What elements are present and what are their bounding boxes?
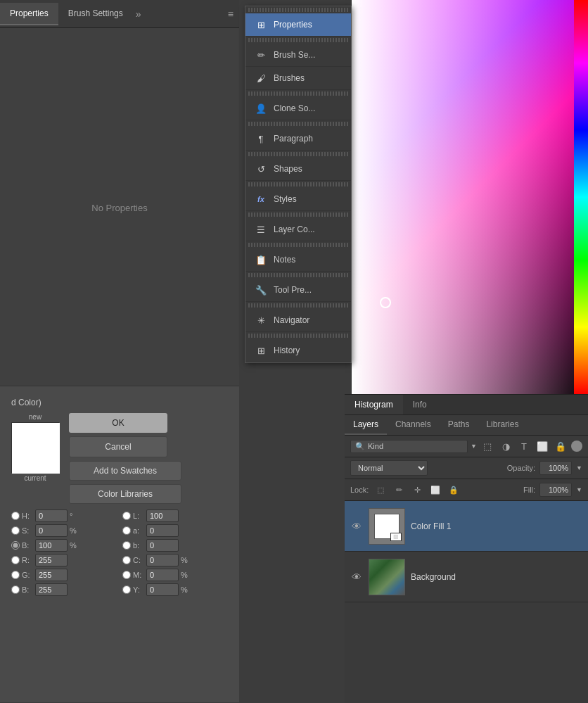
label-S: S: (22, 526, 33, 535)
panel-item-label: Brush Se... (274, 50, 315, 60)
filter-type-icon[interactable]: T (516, 438, 532, 454)
unit-C: % (181, 556, 191, 564)
tab-histogram[interactable]: Histogram (345, 395, 403, 414)
radio-a[interactable] (122, 526, 131, 535)
tab-libraries[interactable]: Libraries (478, 415, 527, 435)
ok-button[interactable]: OK (69, 413, 167, 433)
panel-item-clone-source[interactable]: 👤 Clone So... (245, 97, 351, 120)
tab-info[interactable]: Info (403, 395, 437, 414)
input-B2[interactable] (35, 583, 68, 596)
color-libraries-button[interactable]: Color Libraries (69, 484, 181, 504)
input-M[interactable] (146, 569, 179, 581)
radio-G[interactable] (11, 571, 20, 579)
chevron-down-icon[interactable]: ▼ (471, 443, 477, 450)
tab-brush-settings[interactable]: Brush Settings (58, 3, 133, 25)
panel-item-history[interactable]: ⊞ History (245, 339, 351, 362)
blend-mode-select[interactable]: Normal (350, 460, 428, 476)
panel-item-brushes[interactable]: 🖌 Brushes (245, 67, 351, 90)
input-b[interactable] (146, 539, 179, 552)
panel-item-label: Styles (274, 194, 297, 204)
hue-bar[interactable] (574, 0, 588, 394)
input-H[interactable] (35, 509, 68, 522)
panel-item-brush-settings[interactable]: ✏ Brush Se... (245, 44, 351, 67)
field-row-S: S: % (11, 524, 117, 537)
panel-item-notes[interactable]: 📋 Notes (245, 248, 351, 272)
tab-layers[interactable]: Layers (345, 415, 387, 435)
radio-Y[interactable] (122, 585, 131, 594)
lock-transparent-icon[interactable]: ⬚ (373, 482, 388, 498)
tab-paths[interactable]: Paths (440, 415, 478, 435)
input-G[interactable] (35, 569, 68, 581)
unit-H: ° (70, 512, 79, 520)
filter-pixel-icon[interactable]: ⬚ (480, 438, 495, 454)
label-G: G: (22, 571, 33, 579)
radio-b[interactable] (122, 541, 131, 550)
top-tab-panel: Properties Brush Settings » ≡ (0, 0, 239, 28)
input-C[interactable] (146, 554, 179, 566)
properties-panel: No Properties (0, 28, 239, 387)
field-row-G: G: (11, 569, 117, 581)
radio-C[interactable] (122, 556, 131, 564)
opacity-input[interactable] (539, 461, 572, 475)
label-B2: B: (22, 585, 33, 594)
radio-L[interactable] (122, 512, 131, 520)
opacity-arrow-icon[interactable]: ▼ (576, 464, 582, 471)
panel-menu-icon[interactable]: ≡ (228, 8, 234, 20)
filter-toggle-icon[interactable] (571, 441, 582, 452)
filter-adjustment-icon[interactable]: ◑ (498, 438, 513, 454)
add-to-swatches-button[interactable]: Add to Swatches (69, 461, 181, 481)
tab-overflow[interactable]: » (136, 8, 141, 20)
panel-item-shapes[interactable]: ↺ Shapes (245, 158, 351, 181)
notes-icon: 📋 (254, 254, 268, 265)
clone-source-icon: 👤 (254, 103, 268, 114)
search-input[interactable] (368, 442, 403, 450)
panel-item-navigator[interactable]: ✳ Navigator (245, 309, 351, 332)
filter-shape-icon[interactable]: ⬜ (535, 438, 550, 454)
panel-item-label: Paragraph (274, 134, 313, 144)
panel-item-layer-comps[interactable]: ☰ Layer Co... (245, 218, 351, 241)
layers-search-box[interactable]: 🔍 (350, 440, 468, 453)
layer-comps-icon: ☰ (254, 224, 268, 235)
fill-input[interactable] (539, 483, 572, 497)
radio-S[interactable] (11, 526, 20, 535)
radio-R[interactable] (11, 556, 20, 564)
radio-H[interactable] (11, 512, 20, 520)
field-row-R: R: (11, 554, 117, 566)
panel-item-styles[interactable]: fx Styles (245, 188, 351, 211)
layer-row-background[interactable]: 👁 Background (345, 552, 588, 602)
lock-all-icon[interactable]: 🔒 (446, 482, 461, 498)
input-a[interactable] (146, 524, 179, 537)
lock-artboard-icon[interactable]: ⬜ (428, 482, 443, 498)
color-gradient-panel[interactable] (352, 0, 588, 394)
cancel-button[interactable]: Cancel (69, 436, 167, 457)
filter-smart-icon[interactable]: 🔒 (553, 438, 568, 454)
field-row-b: b: (122, 539, 228, 552)
input-L[interactable] (146, 509, 179, 522)
search-icon: 🔍 (355, 442, 365, 451)
label-M: M: (133, 571, 144, 579)
panel-dropdown: ⊞ Properties ✏ Brush Se... 🖌 Brushes 👤 C… (245, 6, 352, 363)
radio-B[interactable] (11, 541, 20, 550)
layer-type-tabs: Layers Channels Paths Libraries (345, 415, 588, 436)
tab-properties[interactable]: Properties (0, 3, 58, 25)
color-picker-handle[interactable] (380, 297, 391, 308)
visibility-icon-color-fill[interactable]: 👁 (350, 520, 363, 533)
visibility-icon-background[interactable]: 👁 (350, 571, 363, 583)
input-S[interactable] (35, 524, 68, 537)
radio-B2[interactable] (11, 585, 20, 594)
radio-M[interactable] (122, 571, 131, 579)
color-gradient[interactable] (352, 0, 588, 394)
panel-item-tool-presets[interactable]: 🔧 Tool Pre... (245, 279, 351, 302)
tab-channels[interactable]: Channels (387, 415, 440, 435)
lock-position-icon[interactable]: ✛ (409, 482, 425, 498)
panel-item-properties[interactable]: ⊞ Properties (245, 13, 351, 37)
input-Y[interactable] (146, 583, 179, 596)
field-row-a: a: (122, 524, 228, 537)
layer-row-color-fill[interactable]: 👁 ▩ Color Fill 1 (345, 501, 588, 552)
fill-arrow-icon[interactable]: ▼ (576, 486, 582, 493)
input-R[interactable] (35, 554, 68, 566)
lock-image-icon[interactable]: ✏ (391, 482, 407, 498)
panel-item-paragraph[interactable]: ¶ Paragraph (245, 127, 351, 151)
input-B[interactable] (35, 539, 68, 552)
unit-S: % (70, 526, 79, 535)
